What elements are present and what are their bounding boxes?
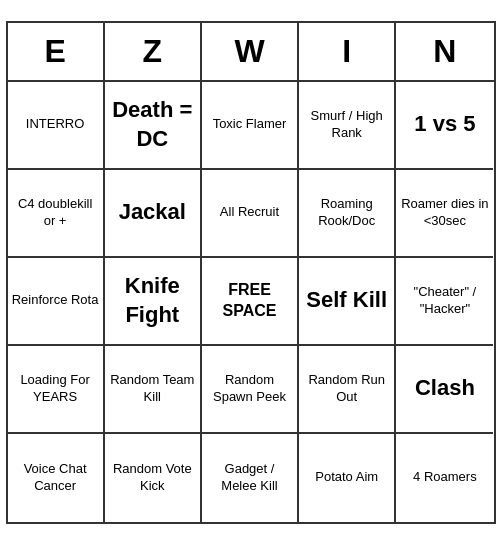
bingo-cell-19[interactable]: Clash [396,346,493,434]
bingo-cell-16[interactable]: Random Team Kill [105,346,202,434]
bingo-cell-7[interactable]: All Recruit [202,170,299,258]
bingo-cell-3[interactable]: Smurf / High Rank [299,82,396,170]
bingo-cell-23[interactable]: Potato Aim [299,434,396,522]
bingo-cell-20[interactable]: Voice Chat Cancer [8,434,105,522]
bingo-cell-22[interactable]: Gadget / Melee Kill [202,434,299,522]
bingo-cell-15[interactable]: Loading For YEARS [8,346,105,434]
bingo-cell-8[interactable]: Roaming Rook/Doc [299,170,396,258]
bingo-cell-4[interactable]: 1 vs 5 [396,82,493,170]
bingo-cell-6[interactable]: Jackal [105,170,202,258]
bingo-cell-9[interactable]: Roamer dies in <30sec [396,170,493,258]
header-letter-Z: Z [105,23,202,80]
bingo-cell-11[interactable]: Knife Fight [105,258,202,346]
header-letter-I: I [299,23,396,80]
bingo-cell-18[interactable]: Random Run Out [299,346,396,434]
bingo-cell-13[interactable]: Self Kill [299,258,396,346]
bingo-cell-5[interactable]: C4 doublekill or + [8,170,105,258]
bingo-cell-10[interactable]: Reinforce Rota [8,258,105,346]
bingo-cell-21[interactable]: Random Vote Kick [105,434,202,522]
header-letter-N: N [396,23,493,80]
bingo-cell-0[interactable]: INTERRO [8,82,105,170]
bingo-header: EZWIN [8,23,494,82]
header-letter-E: E [8,23,105,80]
bingo-card: EZWIN INTERRODeath = DCToxic FlamerSmurf… [6,21,496,524]
bingo-grid: INTERRODeath = DCToxic FlamerSmurf / Hig… [8,82,494,522]
bingo-cell-17[interactable]: Random Spawn Peek [202,346,299,434]
bingo-cell-1[interactable]: Death = DC [105,82,202,170]
bingo-cell-12[interactable]: FREE SPACE [202,258,299,346]
bingo-cell-24[interactable]: 4 Roamers [396,434,493,522]
bingo-cell-2[interactable]: Toxic Flamer [202,82,299,170]
header-letter-W: W [202,23,299,80]
bingo-cell-14[interactable]: "Cheater" / "Hacker" [396,258,493,346]
